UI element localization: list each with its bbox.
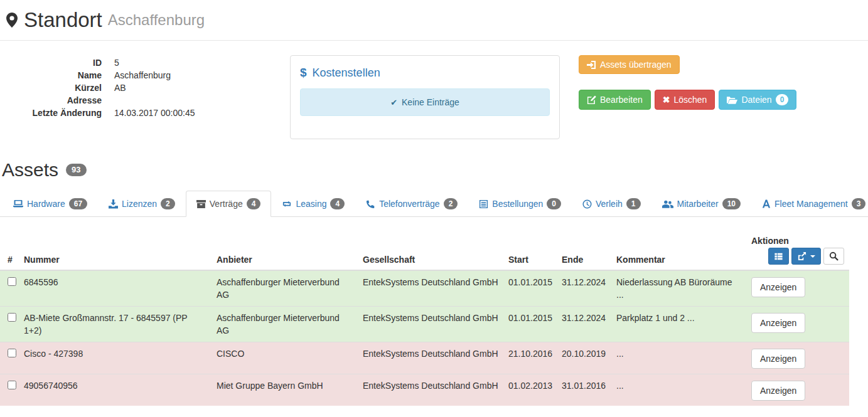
cell-anbieter: Miet Gruppe Bayern GmbH xyxy=(212,374,358,406)
info-value: 5 xyxy=(114,56,119,69)
row-checkbox[interactable] xyxy=(8,349,16,357)
anzeigen-button[interactable]: Anzeigen xyxy=(751,381,805,401)
kostenstellen-title: Kostenstellen xyxy=(313,66,380,80)
export-button[interactable] xyxy=(791,248,821,265)
download-icon xyxy=(109,199,118,209)
table-row: AB-Miete Großmannstr. 17 - 6845597 (PP 1… xyxy=(0,307,849,342)
cell-ende: 31.12.2024 xyxy=(557,270,611,307)
cell-gesellschaft: EntekSystems Deutschland GmbH xyxy=(358,374,503,406)
th-list-icon xyxy=(774,252,783,261)
tab-count-badge: 2 xyxy=(444,198,458,209)
page-subtitle: Aschaffenburg xyxy=(108,11,205,29)
page-header: Standort Aschaffenburg xyxy=(0,0,868,41)
cell-start: 01.01.2015 xyxy=(503,270,557,307)
phone-icon xyxy=(366,199,375,209)
cell-start: 01.01.2015 xyxy=(503,307,557,342)
tab-verleih[interactable]: Verleih 1 xyxy=(572,191,651,217)
edit-icon xyxy=(587,95,596,105)
info-value: Aschaffenburg xyxy=(114,69,171,82)
tab-count-badge: 67 xyxy=(69,198,87,209)
cell-gesellschaft: EntekSystems Deutschland GmbH xyxy=(358,342,503,374)
cell-gesellschaft: EntekSystems Deutschland GmbH xyxy=(358,307,503,342)
cell-start: 01.02.2013 xyxy=(503,374,557,406)
delete-button[interactable]: ✖ Löschen xyxy=(655,90,715,110)
tab-count-badge: 10 xyxy=(722,198,741,209)
info-label: Kürzel xyxy=(0,82,102,94)
table-row: Cisco - 427398 CISCO EntekSystems Deutsc… xyxy=(0,342,849,374)
caret-down-icon xyxy=(810,255,815,258)
tab-count-badge: 4 xyxy=(330,198,345,209)
x-icon: ✖ xyxy=(663,95,670,105)
cell-ende: 31.01.2016 xyxy=(557,374,611,406)
info-label: ID xyxy=(0,56,102,69)
tab-count-badge: 0 xyxy=(547,198,561,209)
search-button[interactable] xyxy=(823,248,844,265)
assets-heading: Assets 93 xyxy=(0,159,868,181)
cell-nummer: 49056740956 xyxy=(19,374,212,406)
tab-hardware[interactable]: Hardware 67 xyxy=(3,191,98,217)
info-value: AB xyxy=(114,82,126,94)
cell-nummer: 6845596 xyxy=(19,270,212,307)
assets-count-badge: 93 xyxy=(66,164,86,176)
cell-anbieter: Aschaffenburger Mieterverbund AG xyxy=(212,270,358,307)
tab-fleet-management[interactable]: Fleet Management 3 xyxy=(751,191,868,217)
column-header-anbieter: Anbieter xyxy=(212,231,358,270)
tab-count-badge: 3 xyxy=(852,198,866,209)
cell-anbieter: Aschaffenburger Mieterverbund AG xyxy=(212,307,358,342)
cell-ende: 20.10.2019 xyxy=(557,342,611,374)
row-checkbox[interactable] xyxy=(8,277,16,286)
row-checkbox[interactable] xyxy=(8,313,16,322)
cell-nummer: AB-Miete Großmannstr. 17 - 6845597 (PP 1… xyxy=(19,307,212,342)
list-view-button[interactable] xyxy=(768,248,789,265)
table-header-row: # Nummer Anbieter Gesellschaft Start End… xyxy=(0,231,849,270)
clock-icon xyxy=(582,199,592,209)
contracts-table: # Nummer Anbieter Gesellschaft Start End… xyxy=(0,231,868,406)
tab-count-badge: 4 xyxy=(247,198,261,209)
tab-mitarbeiter[interactable]: Mitarbeiter 10 xyxy=(651,191,752,217)
users-icon xyxy=(662,200,673,208)
tab-bestellungen[interactable]: Bestellungen 0 xyxy=(468,191,572,217)
anzeigen-button[interactable]: Anzeigen xyxy=(751,349,805,369)
archive-icon xyxy=(196,199,206,209)
dollar-icon: $ xyxy=(300,66,307,80)
info-value: 14.03.2017 00:00:45 xyxy=(114,107,195,119)
sign-in-icon xyxy=(587,60,596,70)
info-label: Adresse xyxy=(0,94,102,107)
tab-telefonvertraege[interactable]: Telefonverträge 2 xyxy=(355,191,468,217)
files-button[interactable]: Dateien 0 xyxy=(719,90,796,110)
tab-leasing[interactable]: Leasing 4 xyxy=(271,191,355,217)
aktionen-label: Aktionen xyxy=(751,236,844,246)
map-marker-icon xyxy=(6,13,18,28)
cell-start: 21.10.2016 xyxy=(503,342,557,374)
car-icon xyxy=(762,199,771,208)
cell-nummer: Cisco - 427398 xyxy=(19,342,212,374)
transfer-assets-button[interactable]: Assets übertragen xyxy=(579,55,680,74)
kostenstellen-card: $ Kostenstellen ✔Keine Einträge xyxy=(290,55,560,139)
column-header-check: # xyxy=(0,231,19,270)
cell-anbieter: CISCO xyxy=(212,342,358,374)
anzeigen-button[interactable]: Anzeigen xyxy=(751,313,805,333)
tab-vertraege[interactable]: Verträge 4 xyxy=(186,191,272,217)
tab-lizenzen[interactable]: Lizenzen 2 xyxy=(98,191,186,217)
page-title: Standort xyxy=(24,8,102,32)
retweet-icon xyxy=(282,199,292,208)
assets-title: Assets xyxy=(2,159,58,181)
edit-button[interactable]: Bearbeiten xyxy=(579,90,651,110)
table-row: 49056740956 Miet Gruppe Bayern GmbH Ente… xyxy=(0,374,849,406)
row-checkbox[interactable] xyxy=(8,381,16,389)
column-header-nummer: Nummer xyxy=(19,231,212,270)
column-header-gesellschaft: Gesellschaft xyxy=(358,231,503,270)
check-icon: ✔ xyxy=(390,98,397,107)
column-header-ende: Ende xyxy=(557,231,611,270)
info-label: Letzte Änderung xyxy=(0,107,102,119)
actions-panel: Assets übertragen Bearbeiten ✖ Löschen D… xyxy=(579,55,796,110)
cell-kommentar: Parkplatz 1 und 2 ... xyxy=(611,307,746,342)
export-icon xyxy=(797,251,806,261)
search-icon xyxy=(829,251,839,261)
column-header-start: Start xyxy=(503,231,557,270)
cell-kommentar: Niederlassung AB Büroräume ... xyxy=(611,270,746,307)
tab-count-badge: 1 xyxy=(626,198,641,209)
anzeigen-button[interactable]: Anzeigen xyxy=(751,277,805,297)
no-entries-text: Keine Einträge xyxy=(402,97,459,107)
info-label: Name xyxy=(0,69,102,82)
